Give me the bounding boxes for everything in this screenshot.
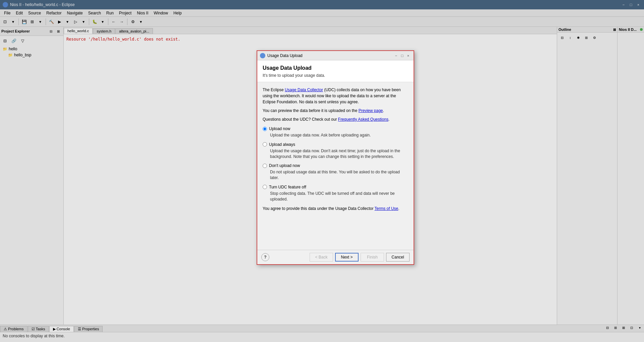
dialog-header: Usage Data Upload It's time to upload yo… xyxy=(257,60,414,82)
radio-input-upload-always[interactable] xyxy=(263,142,267,147)
usage-data-collector-link[interactable]: Usage Data Collector xyxy=(285,88,323,92)
dialog-title-controls: − □ × xyxy=(393,53,411,58)
radio-desc-upload-now: Upload the usage data now. Ask before up… xyxy=(263,132,408,138)
radio-label-turn-off[interactable]: Turn UDC feature off xyxy=(263,184,408,190)
radio-label-dont-upload[interactable]: Don't upload now xyxy=(263,163,408,169)
ide-window: Nios II - hello/hello_world.c - Eclipse … xyxy=(0,0,644,342)
dialog-para-1: The Eclipse Usage Data Collector (UDC) c… xyxy=(263,87,408,105)
dialog-footer: ? < Back Next > Finish Cancel xyxy=(257,250,414,264)
dialog-para-2-pre: You can preview the data before it is up… xyxy=(263,108,359,113)
finish-button[interactable]: Finish xyxy=(361,253,384,262)
dialog-close-btn[interactable]: × xyxy=(406,53,411,58)
dialog-titlebar-text: Usage Data Upload xyxy=(267,53,393,58)
dialog-help-button[interactable]: ? xyxy=(261,253,269,261)
dialog-terms-para: You agree to provide this data under the… xyxy=(263,206,408,212)
back-button[interactable]: < Back xyxy=(310,253,333,262)
faq-link[interactable]: Frequently Asked Questions xyxy=(338,117,388,122)
dialog-titlebar: Usage Data Upload − □ × xyxy=(257,51,414,60)
dialog-para-3-post: . xyxy=(388,117,389,122)
radio-text-upload-now: Upload now xyxy=(269,126,290,132)
radio-text-turn-off: Turn UDC feature off xyxy=(269,184,306,190)
next-button[interactable]: Next > xyxy=(335,253,359,262)
modal-overlay: Usage Data Upload − □ × Usage Data Uploa… xyxy=(0,0,644,342)
dialog-icon xyxy=(260,53,265,58)
dialog-para-2: You can preview the data before it is up… xyxy=(263,108,408,114)
radio-desc-dont-upload: Do not upload usage data at this time. Y… xyxy=(263,169,408,181)
radio-option-dont-upload: Don't upload now Do not upload usage dat… xyxy=(263,163,408,181)
radio-label-upload-now[interactable]: Upload now xyxy=(263,126,408,132)
radio-text-dont-upload: Don't upload now xyxy=(269,163,300,169)
terms-pre: You agree to provide this data under the… xyxy=(263,206,375,211)
radio-label-upload-always[interactable]: Upload always xyxy=(263,141,408,148)
dialog-para-2-post: . xyxy=(383,108,384,113)
dialog-footer-buttons: < Back Next > Finish Cancel xyxy=(310,253,410,262)
radio-option-upload-always: Upload always Upload the usage data now.… xyxy=(263,141,408,160)
radio-input-turn-off[interactable] xyxy=(263,185,267,189)
preview-page-link[interactable]: Preview page xyxy=(359,108,383,113)
radio-text-upload-always: Upload always xyxy=(269,141,295,148)
dialog-para-1-pre: The Eclipse xyxy=(263,88,285,92)
dialog-subtitle: It's time to upload your usage data. xyxy=(263,73,408,78)
radio-group: Upload now Upload the usage data now. As… xyxy=(263,126,408,202)
cancel-button[interactable]: Cancel xyxy=(386,253,410,262)
dialog-minimize-btn[interactable]: − xyxy=(393,53,399,58)
radio-input-upload-now[interactable] xyxy=(263,127,267,131)
dialog-para-3: Questions about the UDC? Check out our F… xyxy=(263,116,408,122)
radio-desc-turn-off: Stop collecting data. The UDC will be tu… xyxy=(263,191,408,202)
dialog-maximize-btn[interactable]: □ xyxy=(399,53,405,58)
dialog-para-3-pre: Questions about the UDC? Check out our xyxy=(263,117,338,122)
dialog-main-title: Usage Data Upload xyxy=(263,65,408,71)
radio-input-dont-upload[interactable] xyxy=(263,164,267,168)
radio-option-upload-now: Upload now Upload the usage data now. As… xyxy=(263,126,408,138)
radio-desc-upload-always: Upload the usage data now. Don't ask nex… xyxy=(263,148,408,160)
terms-post: . xyxy=(398,206,399,211)
usage-data-upload-dialog: Usage Data Upload − □ × Usage Data Uploa… xyxy=(257,50,414,265)
radio-option-turn-off: Turn UDC feature off Stop collecting dat… xyxy=(263,184,408,202)
dialog-body: The Eclipse Usage Data Collector (UDC) c… xyxy=(257,82,414,250)
terms-of-use-link[interactable]: Terms of Use xyxy=(375,206,398,211)
